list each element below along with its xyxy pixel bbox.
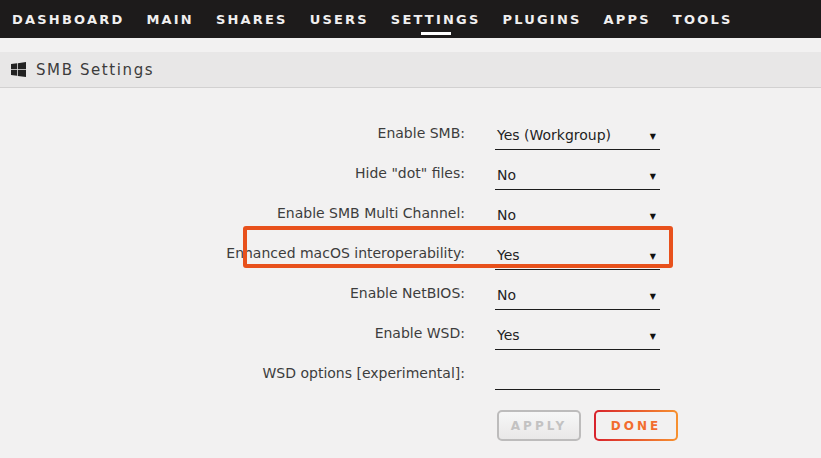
- hide-dot-files-select[interactable]: No ▼: [495, 167, 660, 190]
- nav-item-users[interactable]: USERS: [299, 0, 380, 38]
- page-header: SMB Settings: [0, 52, 821, 88]
- selected-value: Yes (Workgroup): [497, 127, 611, 143]
- done-button[interactable]: DONE: [594, 410, 678, 441]
- form-row-enable-wsd: Enable WSD: Yes ▼: [0, 310, 672, 350]
- field-label: Enable WSD:: [0, 325, 465, 350]
- windows-logo-icon: [11, 62, 26, 77]
- spacer: [0, 38, 821, 52]
- main-nav: DASHBOARD MAIN SHARES USERS SETTINGS PLU…: [0, 0, 821, 38]
- nav-item-apps[interactable]: APPS: [593, 0, 662, 38]
- smb-multi-channel-select[interactable]: No ▼: [495, 207, 660, 230]
- nav-item-label: SETTINGS: [391, 12, 481, 27]
- wsd-options-input[interactable]: [495, 366, 660, 390]
- field-label: Enable SMB Multi Channel:: [0, 205, 465, 230]
- nav-item-label: USERS: [310, 12, 369, 27]
- done-button-label: DONE: [596, 412, 676, 439]
- nav-item-tools[interactable]: TOOLS: [662, 0, 744, 38]
- nav-item-label: DASHBOARD: [12, 12, 124, 27]
- form-actions: APPLY DONE: [497, 410, 821, 441]
- form-row-enable-netbios: Enable NetBIOS: No ▼: [0, 270, 672, 310]
- nav-item-settings[interactable]: SETTINGS: [380, 0, 492, 38]
- field-label: Enhanced macOS interoperability:: [0, 245, 465, 270]
- active-tab-underline: [421, 32, 451, 35]
- nav-item-label: SHARES: [216, 12, 288, 27]
- enable-wsd-select[interactable]: Yes ▼: [495, 327, 660, 350]
- nav-item-label: TOOLS: [673, 12, 733, 27]
- form-row-macos-interoperability: Enhanced macOS interoperability: Yes ▼: [0, 230, 672, 270]
- form-row-enable-smb: Enable SMB: Yes (Workgroup) ▼: [0, 110, 672, 150]
- enable-smb-select[interactable]: Yes (Workgroup) ▼: [495, 127, 660, 150]
- apply-button[interactable]: APPLY: [497, 410, 581, 441]
- chevron-down-icon: ▼: [650, 291, 656, 303]
- nav-item-dashboard[interactable]: DASHBOARD: [1, 0, 135, 38]
- smb-settings-form: Enable SMB: Yes (Workgroup) ▼ Hide "dot"…: [0, 110, 821, 441]
- nav-item-label: MAIN: [146, 12, 194, 27]
- nav-item-plugins[interactable]: PLUGINS: [491, 0, 592, 38]
- nav-item-label: APPS: [604, 12, 651, 27]
- field-label: WSD options [experimental]:: [0, 365, 465, 390]
- selected-value: No: [497, 287, 516, 303]
- form-row-hide-dot-files: Hide "dot" files: No ▼: [0, 150, 672, 190]
- selected-value: Yes: [497, 327, 520, 343]
- field-label: Hide "dot" files:: [0, 165, 465, 190]
- selected-value: Yes: [497, 247, 520, 263]
- chevron-down-icon: ▼: [650, 211, 656, 223]
- selected-value: No: [497, 207, 516, 223]
- chevron-down-icon: ▼: [650, 131, 656, 143]
- nav-item-main[interactable]: MAIN: [135, 0, 205, 38]
- form-row-smb-multi-channel: Enable SMB Multi Channel: No ▼: [0, 190, 672, 230]
- nav-item-shares[interactable]: SHARES: [205, 0, 299, 38]
- page-title: SMB Settings: [36, 61, 154, 79]
- form-row-wsd-options: WSD options [experimental]:: [0, 350, 672, 390]
- chevron-down-icon: ▼: [650, 171, 656, 183]
- field-label: Enable SMB:: [0, 125, 465, 150]
- nav-item-label: PLUGINS: [502, 12, 581, 27]
- selected-value: No: [497, 167, 516, 183]
- field-label: Enable NetBIOS:: [0, 285, 465, 310]
- chevron-down-icon: ▼: [650, 331, 656, 343]
- enable-netbios-select[interactable]: No ▼: [495, 287, 660, 310]
- chevron-down-icon: ▼: [650, 251, 656, 263]
- macos-interoperability-select[interactable]: Yes ▼: [495, 247, 660, 270]
